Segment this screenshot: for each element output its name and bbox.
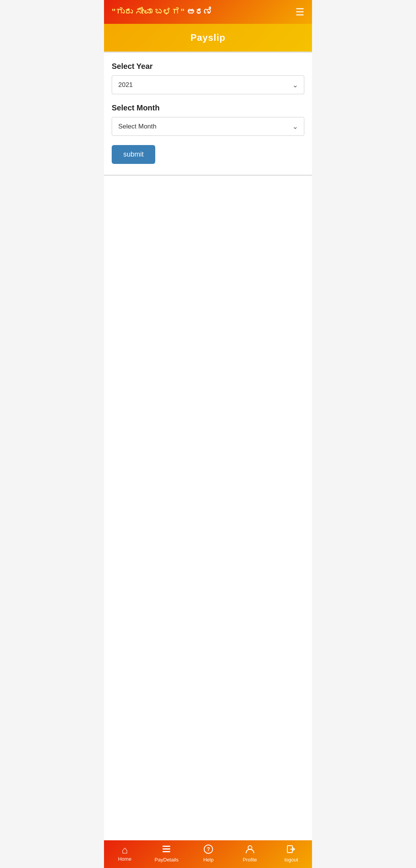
help-icon: ? [203,844,213,856]
nav-label-home: Home [118,856,131,862]
svg-rect-1 [163,848,170,850]
payslip-banner-title: Payslip [190,32,225,43]
hamburger-menu-icon[interactable]: ☰ [295,7,304,17]
app-title: "ಗುರು ಸೇವಾ ಬಳಗ" ಅಧಣಿ [112,7,212,17]
svg-rect-0 [163,846,170,847]
nav-label-logout: logout [284,857,298,863]
app-title-part1: "ಗುರು ಸೇವಾ ಬಳಗ" [112,7,185,17]
month-select-wrapper: Select Month January February March Apri… [112,117,304,136]
submit-button[interactable]: submit [112,145,155,164]
content-area [104,176,312,868]
month-select[interactable]: Select Month January February March Apri… [112,117,304,136]
nav-item-profile[interactable]: Profile [238,844,262,863]
payslip-form: Select Year 2019 2020 2021 2022 2023 ⌄ S… [104,52,312,176]
logout-icon [286,844,296,856]
nav-label-profile: Profile [243,857,257,863]
app-header: "ಗುರು ಸೇವಾ ಬಳಗ" ಅಧಣಿ ☰ [104,0,312,24]
app-title-part2: ಅಧಣಿ [185,7,212,17]
nav-item-logout[interactable]: logout [280,844,303,863]
nav-item-help[interactable]: ? Help [197,844,220,863]
paydetails-icon [161,844,171,856]
svg-text:?: ? [207,846,210,852]
nav-label-help: Help [203,857,214,863]
month-label: Select Month [112,103,304,112]
nav-item-home[interactable]: ⌂ Home [113,845,136,862]
payslip-banner: Payslip [104,24,312,52]
year-select-wrapper: 2019 2020 2021 2022 2023 ⌄ [112,75,304,94]
bottom-nav: ⌂ Home PayDetails ? Help Prof [104,840,312,868]
home-icon: ⌂ [122,845,128,855]
profile-icon [245,844,255,856]
year-select[interactable]: 2019 2020 2021 2022 2023 [112,75,304,94]
year-label: Select Year [112,62,304,71]
nav-label-paydetails: PayDetails [154,857,178,863]
nav-item-paydetails[interactable]: PayDetails [154,844,178,863]
svg-rect-2 [163,851,170,852]
